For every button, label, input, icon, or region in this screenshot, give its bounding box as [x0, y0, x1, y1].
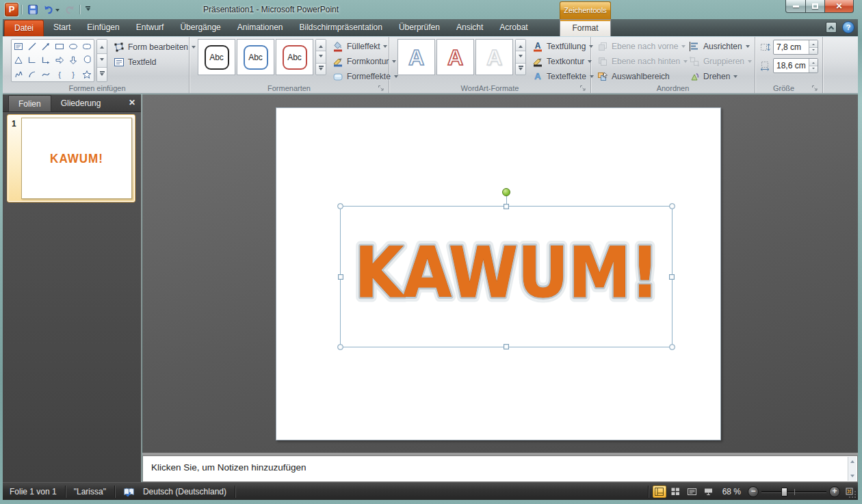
tab-entwurf[interactable]: Entwurf — [128, 19, 172, 36]
collapse-ribbon-button[interactable] — [826, 22, 837, 33]
maximize-button[interactable] — [806, 0, 825, 13]
dialog-launcher-icon[interactable] — [579, 83, 588, 91]
shape-triangle[interactable] — [12, 53, 25, 67]
wordart-style-thumb-3[interactable]: A — [475, 39, 513, 75]
tab-bildschirmpraesentation[interactable]: Bildschirmpräsentation — [291, 19, 391, 36]
shape-line[interactable] — [25, 40, 39, 53]
close-button[interactable]: ✕ — [825, 0, 854, 13]
minimize-button[interactable] — [785, 0, 806, 13]
undo-dropdown-icon[interactable] — [55, 9, 60, 14]
notes-placeholder-text[interactable]: Klicken Sie, um Notizen hinzuzufügen — [151, 462, 306, 473]
shape-style-thumb-2[interactable]: Abc — [237, 39, 274, 75]
scroll-up-button[interactable] — [316, 40, 326, 51]
help-button[interactable]: ? — [842, 21, 854, 34]
shape-rectangle[interactable] — [53, 40, 66, 53]
tab-folien[interactable]: Folien — [8, 95, 51, 111]
notes-scrollbar[interactable] — [848, 457, 857, 481]
selection-handle-sw[interactable] — [337, 344, 343, 350]
wordart-style-thumb-2[interactable]: A — [436, 39, 474, 75]
notes-placeholder[interactable]: Klicken Sie, um Notizen hinzuzufügen — [142, 455, 858, 482]
view-slideshow-button[interactable] — [702, 486, 716, 498]
shape-width-field[interactable] — [773, 58, 818, 73]
text-outline-button[interactable]: Textkontur — [530, 54, 594, 68]
shape-teardrop[interactable] — [80, 53, 94, 67]
slide-canvas[interactable]: KAWUM! KAWUM! KAWUM! — [276, 107, 721, 440]
qat-customize-button[interactable] — [84, 3, 92, 16]
wordart-selection-box[interactable]: KAWUM! KAWUM! KAWUM! — [340, 206, 672, 347]
resize-grip[interactable] — [848, 490, 857, 499]
selection-pane-button[interactable]: Auswahlbereich — [595, 69, 672, 83]
shape-arrow[interactable] — [39, 40, 53, 53]
edit-shape-button[interactable]: Form bearbeiten — [112, 40, 198, 54]
close-panel-button[interactable]: ✕ — [123, 95, 141, 111]
dialog-launcher-icon[interactable] — [811, 83, 820, 91]
undo-button[interactable] — [42, 3, 61, 16]
gallery-more-button[interactable] — [316, 64, 326, 75]
spinner-down-button[interactable] — [809, 48, 818, 55]
shape-down-arrow[interactable] — [66, 53, 80, 67]
shape-height-field[interactable] — [773, 40, 818, 55]
tab-animationen[interactable]: Animationen — [229, 19, 291, 36]
tab-uebergaenge[interactable]: Übergänge — [172, 19, 228, 36]
shape-height-input[interactable] — [776, 41, 807, 53]
gallery-more-button[interactable] — [516, 64, 525, 75]
rotation-handle[interactable] — [502, 188, 510, 196]
shape-arc[interactable] — [25, 68, 39, 81]
shape-rounded-rectangle[interactable] — [80, 40, 94, 53]
slide-thumbnail[interactable]: KAWUM! — [21, 118, 132, 199]
shape-style-thumb-1[interactable]: Abc — [198, 39, 235, 75]
shape-scribble[interactable] — [12, 68, 25, 81]
language-indicator[interactable]: Deutsch (Deutschland) — [142, 487, 233, 496]
shape-left-brace[interactable]: { — [53, 68, 66, 81]
zoom-slider[interactable] — [761, 486, 826, 497]
shape-star[interactable] — [80, 68, 94, 81]
wordart-text[interactable]: KAWUM! — [355, 233, 659, 313]
spinner-down-button[interactable] — [809, 66, 818, 73]
shape-right-arrow[interactable] — [53, 53, 66, 67]
view-slide-sorter-button[interactable] — [669, 486, 683, 498]
view-reading-button[interactable] — [685, 486, 699, 498]
scroll-up-icon[interactable] — [850, 458, 854, 463]
selection-handle-w[interactable] — [338, 274, 343, 280]
scroll-down-icon[interactable] — [850, 475, 854, 479]
scroll-down-button[interactable] — [516, 51, 525, 63]
zoom-level[interactable]: 68 % — [718, 487, 745, 496]
selection-handle-n[interactable] — [504, 204, 509, 209]
scroll-down-button[interactable] — [97, 54, 107, 68]
zoom-in-button[interactable]: + — [829, 486, 840, 497]
selection-handle-e[interactable] — [669, 274, 675, 280]
zoom-slider-thumb[interactable] — [781, 488, 787, 496]
zoom-out-button[interactable]: − — [748, 486, 759, 497]
rotate-button[interactable]: Drehen — [687, 69, 740, 83]
tab-format-active[interactable]: Format — [560, 19, 611, 36]
dialog-launcher-icon[interactable] — [378, 83, 386, 91]
spellcheck-button[interactable] — [116, 487, 142, 496]
shape-curve[interactable] — [39, 68, 53, 81]
scroll-down-button[interactable] — [316, 51, 326, 63]
text-effects-button[interactable]: A Texteffekte — [530, 69, 596, 83]
wordart-style-thumb-1[interactable]: A — [397, 39, 435, 75]
slide-thumbnail-selected[interactable]: 1 KAWUM! — [7, 114, 135, 202]
view-normal-button[interactable] — [653, 486, 666, 498]
selection-handle-nw[interactable] — [337, 203, 343, 209]
text-fill-button[interactable]: A Textfüllung — [530, 39, 595, 53]
shape-right-brace[interactable]: } — [66, 68, 80, 81]
tab-gliederung[interactable]: Gliederung — [51, 95, 111, 111]
shape-width-input[interactable] — [776, 59, 807, 72]
tab-acrobat[interactable]: Acrobat — [491, 19, 536, 36]
shape-textbox[interactable] — [12, 40, 25, 53]
shape-style-thumb-3[interactable]: Abc — [276, 39, 313, 75]
scroll-up-button[interactable] — [516, 40, 525, 51]
align-button[interactable]: Ausrichten — [687, 39, 752, 53]
shape-oval[interactable] — [66, 40, 80, 53]
wordart-object[interactable]: KAWUM! KAWUM! KAWUM! — [341, 215, 672, 324]
scroll-up-button[interactable] — [97, 40, 107, 54]
powerpoint-logo-icon[interactable]: P — [5, 3, 18, 16]
textbox-button[interactable]: Textfeld — [112, 55, 158, 69]
shape-elbow-connector[interactable] — [25, 53, 39, 67]
shape-fill-button[interactable]: Fülleffekt — [330, 39, 389, 53]
gallery-more-button[interactable] — [97, 68, 107, 81]
spinner-up-button[interactable] — [809, 59, 818, 66]
tab-ueberpruefen[interactable]: Überprüfen — [391, 19, 448, 36]
selection-handle-se[interactable] — [669, 344, 675, 350]
